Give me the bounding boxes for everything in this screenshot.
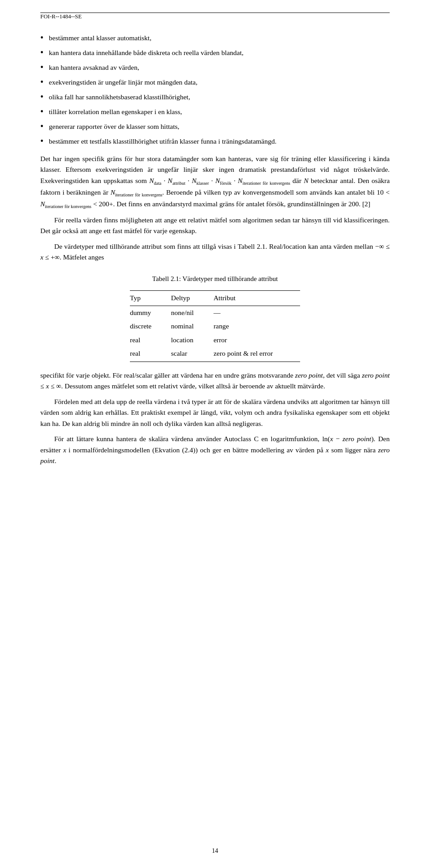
paragraph-4: specifikt för varje objekt. För real/sca… [40,370,390,392]
page-footer: 14 [0,847,430,855]
cell-attribut-0: — [214,306,300,319]
bullet-text: tillåter korrelation mellan egenskaper i… [49,106,390,117]
header-text: FOI-R--1484--SE [40,13,390,20]
bullet-icon: • [40,105,43,118]
header: FOI-R--1484--SE [40,13,390,25]
table-row: real scalar zero point & rel error [130,347,300,362]
data-table: Typ Deltyp Attribut dummy none/nil — dis… [130,290,300,362]
paragraph-2: För reella värden finns möjligheten att … [40,215,390,237]
col-header-attribut: Attribut [214,291,300,306]
paragraph-3: De värdetyper med tillhörande attribut s… [40,241,390,263]
page: FOI-R--1484--SE • bestämmer antal klasse… [0,0,430,868]
cell-deltyp-1: nominal [171,319,214,333]
bullet-icon: • [40,61,43,73]
bullet-text: kan hantera data innehållande både diskr… [49,47,390,58]
list-item: • olika fall har sannolikhetsbaserad kla… [40,92,390,103]
list-item: • exekveringstiden är ungefär linjär mot… [40,77,390,88]
cell-typ-3: real [130,347,171,362]
table-row: discrete nominal range [130,319,300,333]
bullet-text: bestämmer antal klasser automatiskt, [49,33,390,43]
bullet-list: • bestämmer antal klasser automatiskt, •… [40,33,390,147]
cell-typ-2: real [130,333,171,347]
table-row: dummy none/nil — [130,306,300,319]
cell-deltyp-0: none/nil [171,306,214,319]
list-item: • bestämmer antal klasser automatiskt, [40,33,390,44]
paragraph-5: Fördelen med att dela upp de reella värd… [40,396,390,429]
list-item: • kan hantera avsaknad av värden, [40,62,390,73]
bullet-text: bestämmer ett testfalls klasstillhörighe… [49,136,390,147]
list-item: • tillåter korrelation mellan egenskaper… [40,106,390,118]
bullet-icon: • [40,90,43,103]
col-header-deltyp: Deltyp [171,291,214,306]
bullet-icon: • [40,46,43,59]
table-section: Tabell 2.1: Värdetyper med tillhörande a… [40,274,390,362]
bullet-text: genererar rapporter över de klasser som … [49,121,390,132]
cell-attribut-1: range [214,319,300,333]
main-body: Det har ingen specifik gräns för hur sto… [40,153,390,467]
paragraph-6: För att lättare kunna hantera de skalära… [40,434,390,466]
bullet-icon: • [40,120,43,132]
list-item: • bestämmer ett testfalls klasstillhörig… [40,136,390,147]
cell-deltyp-2: location [171,333,214,347]
bullet-text: exekveringstiden är ungefär linjär mot m… [49,77,390,88]
paragraph-1: Det har ingen specifik gräns för hur sto… [40,153,390,210]
cell-deltyp-3: scalar [171,347,214,362]
cell-typ-0: dummy [130,306,171,319]
bullet-text: olika fall har sannolikhetsbaserad klass… [49,92,390,102]
bullet-icon: • [40,76,43,88]
cell-typ-1: discrete [130,319,171,333]
bullet-icon: • [40,135,43,147]
bullet-icon: • [40,31,43,44]
page-number: 14 [212,847,218,854]
cell-attribut-2: error [214,333,300,347]
table-row: real location error [130,333,300,347]
list-item: • genererar rapporter över de klasser so… [40,121,390,132]
col-header-typ: Typ [130,291,171,306]
list-item: • kan hantera data innehållande både dis… [40,47,390,59]
table-caption: Tabell 2.1: Värdetyper med tillhörande a… [40,274,390,285]
table-header-row: Typ Deltyp Attribut [130,291,300,306]
bullet-text: kan hantera avsaknad av värden, [49,62,390,73]
cell-attribut-3: zero point & rel error [214,347,300,362]
